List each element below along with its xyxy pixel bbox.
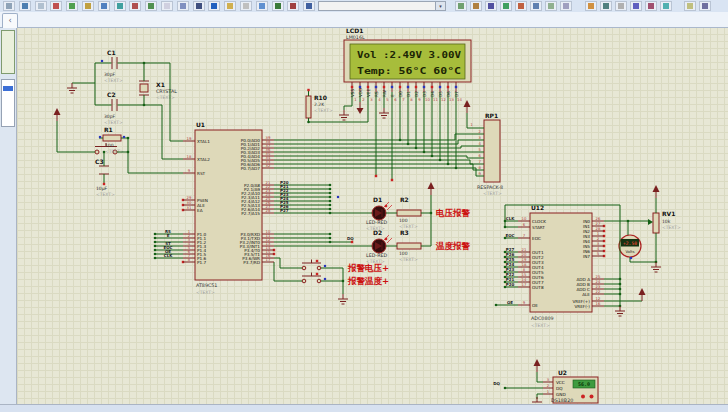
toolbar-icon-30[interactable] xyxy=(600,1,612,11)
toolbar-icon-23[interactable] xyxy=(485,1,497,11)
toolbar-icon-15[interactable] xyxy=(224,1,236,11)
proteus-window: LCD1 LM016L Vol :2.49V 3.00V Temp: 56°C … xyxy=(0,0,728,412)
tab-bar: ‹ xyxy=(0,12,728,28)
toolbar-icon-33[interactable] xyxy=(645,1,657,11)
overview-preview[interactable] xyxy=(1,30,15,74)
toolbar-icon-9[interactable] xyxy=(129,1,141,11)
toolbar-icon-22[interactable] xyxy=(470,1,482,11)
toolbar-icon-5[interactable] xyxy=(66,1,78,11)
toolbar-icon-16[interactable] xyxy=(240,1,252,11)
toolbar-icon-14[interactable] xyxy=(208,1,220,11)
toolbar-icon-7[interactable] xyxy=(98,1,110,11)
toolbar-icon-32[interactable] xyxy=(630,1,642,11)
toolbar-icon-19[interactable] xyxy=(287,1,299,11)
toolbar-icon-11[interactable] xyxy=(161,1,173,11)
object-selector[interactable] xyxy=(1,79,15,127)
toolbar-icon-31[interactable] xyxy=(615,1,627,11)
toolbar-icon-17[interactable] xyxy=(256,1,268,11)
toolbar-icon-34[interactable] xyxy=(660,1,672,11)
toolbar-icon-20[interactable] xyxy=(303,1,315,11)
toolbar-icon-8[interactable] xyxy=(114,1,126,11)
toolbar-icon-1[interactable] xyxy=(3,1,15,11)
toolbar-icon-24[interactable] xyxy=(500,1,512,11)
selected-object[interactable] xyxy=(3,86,13,91)
toolbar-icon-2[interactable] xyxy=(19,1,31,11)
toolbar-icon-4[interactable] xyxy=(50,1,62,11)
toolbar-icon-18[interactable] xyxy=(272,1,284,11)
toolbar-icon-29[interactable] xyxy=(585,1,597,11)
toolbar-icon-6[interactable] xyxy=(82,1,94,11)
chevron-down-icon: ▾ xyxy=(435,2,445,10)
left-panel xyxy=(0,27,17,404)
status-bar xyxy=(0,404,728,412)
toolbar-icon-36[interactable] xyxy=(699,1,711,11)
toolbar-icon-13[interactable] xyxy=(193,1,205,11)
toolbar-icon-35[interactable] xyxy=(684,1,696,11)
toolbar-icon-21[interactable] xyxy=(455,1,467,11)
toolbar-dropdown[interactable]: ▾ xyxy=(318,1,446,11)
toolbar-icon-10[interactable] xyxy=(145,1,157,11)
toolbar-icon-25[interactable] xyxy=(515,1,527,11)
toolbar-icon-28[interactable] xyxy=(560,1,572,11)
toolbar-icon-27[interactable] xyxy=(545,1,557,11)
sheet-tab[interactable]: ‹ xyxy=(2,13,18,28)
toolbar-icon-3[interactable] xyxy=(35,1,47,11)
toolbar-icon-12[interactable] xyxy=(177,1,189,11)
schematic-canvas[interactable] xyxy=(17,27,728,404)
toolbar-icon-26[interactable] xyxy=(530,1,542,11)
